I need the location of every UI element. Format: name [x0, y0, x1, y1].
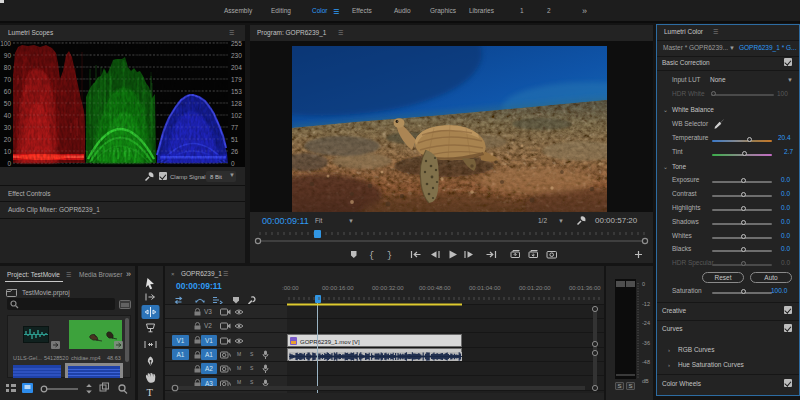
svg-text:0: 0: [7, 160, 11, 167]
svg-text:T: T: [147, 387, 154, 398]
svg-text:102: 102: [231, 112, 242, 119]
svg-text:60: 60: [4, 88, 12, 95]
svg-text:30: 30: [4, 124, 12, 131]
svg-text:77: 77: [231, 124, 239, 131]
svg-text:179: 179: [231, 76, 242, 83]
svg-text:10: 10: [4, 148, 12, 155]
svg-text:80: 80: [4, 64, 12, 71]
svg-text:20: 20: [4, 136, 12, 143]
svg-text:51: 51: [231, 136, 239, 143]
svg-text:255: 255: [231, 41, 242, 47]
svg-text:0: 0: [231, 160, 235, 167]
svg-text:230: 230: [231, 52, 242, 59]
svg-text:100: 100: [0, 41, 11, 47]
svg-text:153: 153: [231, 88, 242, 95]
svg-text:70: 70: [4, 76, 12, 83]
svg-text:-24: -24: [642, 320, 650, 326]
svg-text:}: }: [387, 251, 392, 261]
svg-text:90: 90: [4, 52, 12, 59]
svg-text:{: {: [369, 251, 374, 261]
svg-text:-12: -12: [642, 301, 650, 307]
svg-text:0: 0: [642, 281, 645, 287]
svg-text:-36: -36: [642, 340, 650, 346]
svg-text:128: 128: [231, 100, 242, 107]
svg-text:50: 50: [4, 100, 12, 107]
svg-text:40: 40: [4, 112, 12, 119]
svg-text:dB: dB: [642, 378, 649, 383]
svg-text:204: 204: [231, 64, 242, 71]
svg-text:26: 26: [231, 148, 239, 155]
svg-text:-48: -48: [642, 359, 650, 365]
